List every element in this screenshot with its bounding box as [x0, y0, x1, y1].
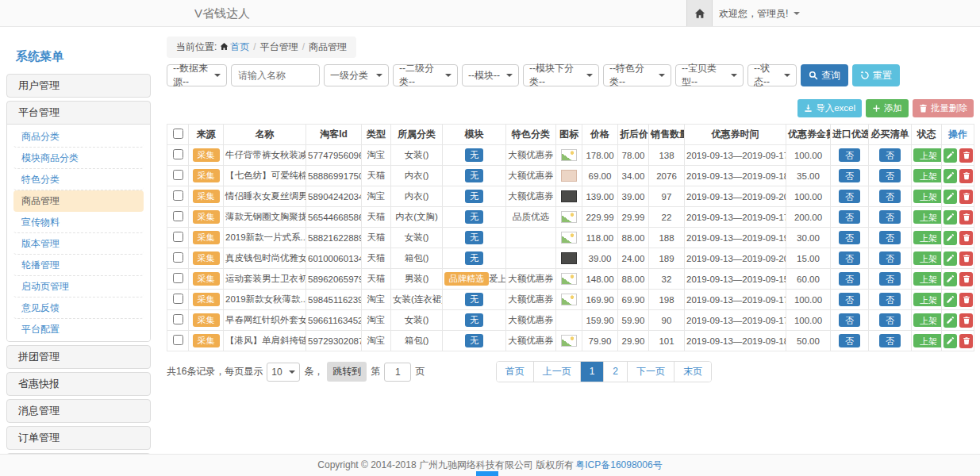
import-select-toggle[interactable]: 否 — [839, 313, 860, 327]
edit-button[interactable] — [943, 148, 957, 163]
delete-button[interactable] — [959, 293, 973, 307]
delete-button[interactable] — [959, 148, 973, 163]
edit-button[interactable] — [943, 251, 957, 266]
row-checkbox[interactable] — [173, 335, 183, 345]
row-checkbox[interactable] — [173, 170, 183, 180]
edit-button[interactable] — [943, 231, 957, 245]
import-select-toggle[interactable]: 否 — [839, 210, 860, 224]
status-button[interactable]: 上架 — [913, 231, 942, 244]
status-button[interactable]: 上架 — [913, 169, 942, 182]
must-buy-toggle[interactable]: 否 — [879, 293, 901, 306]
delete-button[interactable] — [959, 334, 973, 348]
sidebar-section-label[interactable]: 平台管理 — [7, 102, 150, 124]
page-button[interactable]: 末页 — [674, 362, 711, 382]
must-buy-toggle[interactable]: 否 — [879, 334, 901, 347]
row-checkbox[interactable] — [173, 294, 183, 304]
page-button[interactable]: 下一页 — [628, 362, 674, 382]
filter-select[interactable]: --模块下分类-- — [523, 64, 599, 86]
sidebar-subitem[interactable]: 特色分类 — [13, 169, 144, 190]
user-menu[interactable]: 欢迎您，管理员! — [719, 0, 800, 27]
filter-select[interactable]: --状态-- — [747, 64, 797, 86]
row-checkbox[interactable] — [173, 273, 183, 283]
delete-button[interactable] — [959, 169, 973, 183]
edit-button[interactable] — [943, 169, 957, 183]
sidebar-subitem[interactable]: 版本管理 — [13, 233, 144, 255]
home-button[interactable] — [686, 0, 713, 26]
edit-button[interactable] — [943, 210, 957, 225]
row-checkbox[interactable] — [173, 149, 183, 159]
sidebar-section[interactable]: 消息管理 — [6, 399, 151, 423]
sidebar-subitem[interactable]: 意见反馈 — [13, 298, 144, 319]
import-select-toggle[interactable]: 否 — [839, 334, 860, 347]
sidebar-section-label[interactable]: 省惠快报 — [7, 373, 150, 395]
page-button[interactable]: 上一页 — [534, 362, 581, 382]
import-select-toggle[interactable]: 否 — [839, 148, 860, 162]
sidebar-subitem[interactable]: 模块商品分类 — [13, 148, 144, 169]
import-select-toggle[interactable]: 否 — [839, 272, 860, 286]
must-buy-toggle[interactable]: 否 — [879, 210, 901, 224]
page-button[interactable]: 2 — [604, 362, 628, 382]
edit-button[interactable] — [943, 190, 957, 204]
filter-select[interactable]: 一级分类 — [324, 64, 389, 86]
status-button[interactable]: 上架 — [913, 313, 942, 327]
select-all-checkbox[interactable] — [173, 129, 183, 139]
delete-button[interactable] — [959, 251, 973, 266]
edit-button[interactable] — [943, 334, 957, 348]
delete-button[interactable] — [959, 231, 973, 245]
import-select-toggle[interactable]: 否 — [839, 169, 860, 182]
status-button[interactable]: 上架 — [913, 251, 942, 265]
delete-button[interactable] — [959, 190, 973, 204]
jump-button[interactable]: 跳转到 — [327, 362, 367, 382]
status-button[interactable]: 上架 — [913, 334, 942, 347]
edit-button[interactable] — [943, 313, 957, 328]
status-button[interactable]: 上架 — [913, 272, 942, 286]
reset-button[interactable]: 重置 — [852, 64, 900, 86]
import-excel-button[interactable]: 导入excel — [797, 99, 862, 117]
page-button[interactable]: 1 — [581, 362, 605, 382]
edit-button[interactable] — [943, 293, 957, 307]
icp-link[interactable]: 粤ICP备16098006号 — [575, 459, 662, 472]
row-checkbox[interactable] — [173, 211, 183, 221]
row-checkbox[interactable] — [173, 314, 183, 324]
status-button[interactable]: 上架 — [913, 148, 942, 162]
sidebar-section-label[interactable]: 拼团管理 — [7, 346, 150, 368]
status-button[interactable]: 上架 — [913, 293, 942, 306]
sidebar-section[interactable]: 订单管理 — [6, 426, 151, 450]
status-button[interactable]: 上架 — [913, 210, 942, 224]
sidebar-subitem[interactable]: 商品管理 — [13, 190, 144, 212]
add-button[interactable]: 添加 — [866, 99, 909, 117]
sidebar-section-users[interactable]: 用户管理 — [6, 74, 151, 98]
sidebar-subitem[interactable]: 平台配置 — [13, 319, 144, 340]
must-buy-toggle[interactable]: 否 — [879, 272, 901, 286]
search-button[interactable]: 查询 — [801, 64, 848, 86]
row-checkbox[interactable] — [173, 190, 183, 201]
row-checkbox[interactable] — [173, 232, 183, 242]
must-buy-toggle[interactable]: 否 — [879, 190, 901, 203]
row-checkbox[interactable] — [173, 252, 183, 263]
filter-select[interactable]: --模块-- — [462, 64, 519, 86]
sidebar-subitem[interactable]: 宣传物料 — [13, 212, 144, 233]
delete-button[interactable] — [959, 272, 973, 286]
batch-delete-button[interactable]: 批量删除 — [913, 99, 974, 117]
filter-select[interactable]: --宝贝类型-- — [675, 64, 744, 86]
sidebar-section[interactable]: 拼团管理 — [6, 345, 151, 369]
import-select-toggle[interactable]: 否 — [839, 251, 860, 265]
sidebar-section-label[interactable]: 用户管理 — [7, 75, 150, 97]
delete-button[interactable] — [959, 210, 973, 225]
sidebar-section[interactable]: 省惠快报 — [6, 372, 151, 396]
import-select-toggle[interactable]: 否 — [839, 231, 860, 244]
sidebar-subitem[interactable]: 商品分类 — [13, 126, 144, 148]
filter-select[interactable]: --二级分类-- — [393, 64, 458, 86]
delete-button[interactable] — [959, 313, 973, 328]
must-buy-toggle[interactable]: 否 — [879, 169, 901, 182]
sidebar-subitem[interactable]: 轮播管理 — [13, 255, 144, 276]
import-select-toggle[interactable]: 否 — [839, 293, 860, 306]
page-size-select[interactable]: 10 — [267, 363, 300, 382]
filter-select[interactable]: --特色分类-- — [603, 64, 671, 86]
must-buy-toggle[interactable]: 否 — [879, 313, 901, 327]
breadcrumb-home-link[interactable]: 首页 — [230, 41, 249, 52]
page-number-input[interactable] — [384, 363, 411, 382]
must-buy-toggle[interactable]: 否 — [879, 148, 901, 162]
edit-button[interactable] — [943, 272, 957, 286]
must-buy-toggle[interactable]: 否 — [879, 231, 901, 244]
